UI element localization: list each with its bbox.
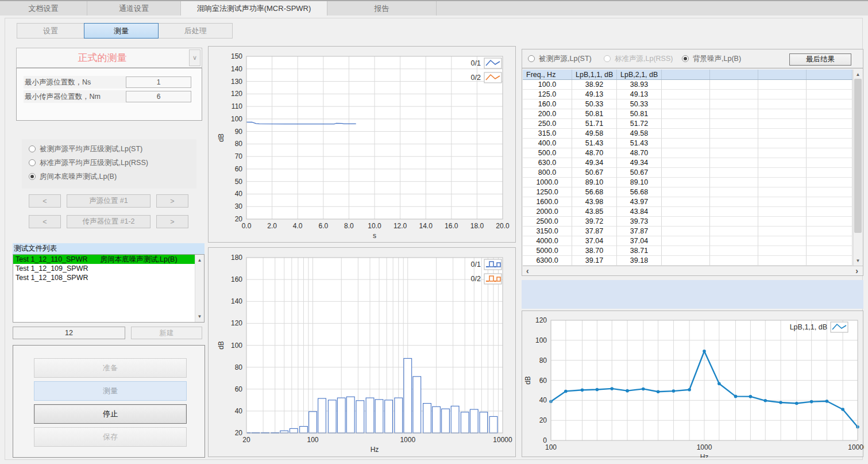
radio-icon[interactable] [29, 145, 36, 152]
test-type-radio-2[interactable]: 标准声源平均声压级测试,Lp(RSS) [29, 158, 148, 168]
subtab-3[interactable]: 后处理 [158, 23, 233, 39]
sub-tab-bar: 设置测量后处理 [17, 23, 233, 39]
file-count-button[interactable]: 12 [13, 327, 125, 339]
source-position-button[interactable]: 声源位置 #1 [67, 194, 151, 208]
table-row[interactable]: 200.050.8150.81 [523, 109, 852, 119]
table-row[interactable]: 1250.056.6856.68 [523, 187, 852, 197]
test-type-radio-1[interactable]: 被测声源平均声压级测试,Lp(ST) [29, 144, 142, 154]
position-params-box: 最小声源位置数，Ns1最小传声器位置数，Nm6 [16, 68, 202, 121]
table-row[interactable]: 100.038.9238.93 [523, 80, 852, 90]
table-row[interactable]: 1600.043.9843.97 [523, 197, 852, 207]
table-row[interactable]: 400.051.4351.43 [523, 139, 852, 148]
scroll-down-icon[interactable]: ▼ [854, 256, 862, 265]
scroll-up-icon[interactable]: ▲ [854, 70, 862, 79]
table-cell: 51.43 [572, 139, 617, 148]
table-cell: 6300.0 [523, 256, 572, 266]
table-cell [758, 148, 807, 158]
scroll-down-icon[interactable]: ▼ [195, 312, 204, 321]
result-type-radio-2[interactable]: 标准声源,Lp(RSS) [604, 53, 673, 64]
param-value-input[interactable]: 6 [126, 91, 191, 102]
tab-4[interactable]: 报告 [327, 1, 437, 16]
tab-1[interactable]: 文档设置 [0, 1, 87, 16]
table-cell: 50.33 [617, 99, 662, 109]
table-cell: 1250.0 [523, 187, 572, 197]
table-cell [662, 109, 710, 119]
last-result-button[interactable]: 最后结果 [789, 53, 851, 66]
table-row[interactable]: 250.051.7151.72 [523, 119, 852, 129]
svg-text:20: 20 [235, 429, 243, 437]
scroll-up-icon[interactable]: ▲ [195, 256, 204, 264]
radio-icon[interactable] [29, 173, 36, 180]
action-button-1[interactable]: 准备 [34, 358, 187, 378]
mic-position-next-button[interactable]: > [156, 215, 188, 228]
table-cell [710, 178, 758, 187]
mic-position-button[interactable]: 传声器位置 #1-2 [67, 215, 151, 228]
table-cell: 50.81 [617, 109, 662, 119]
table-row[interactable]: 160.050.3350.33 [523, 99, 852, 109]
file-list-item[interactable]: Test 1_12_109_SPWR [13, 264, 195, 273]
tab-3[interactable]: 混响室法测试声功率(MCR-SPWR) [181, 1, 327, 16]
table-row[interactable]: 500.048.7048.70 [523, 148, 852, 158]
file-list-scrollbar[interactable]: ▲ ▼ [195, 255, 204, 322]
table-cell: 49.13 [572, 90, 617, 99]
table-horizontal-scrollbar[interactable]: ‹ › [523, 266, 863, 275]
table-cell [758, 207, 807, 217]
table-cell [758, 187, 807, 197]
param-value-input[interactable]: 1 [126, 76, 191, 88]
svg-text:1000: 1000 [697, 443, 712, 451]
table-cell [758, 90, 807, 99]
table-header-cell: LpB,2,1, dB [617, 70, 662, 79]
table-row[interactable]: 5000.038.7038.71 [523, 246, 852, 256]
file-list-item[interactable]: Test 1_12_108_SPWR [13, 273, 195, 282]
mic-position-prev-button[interactable]: < [29, 215, 61, 228]
table-cell [807, 168, 852, 178]
table-row[interactable]: 6300.039.1739.18 [523, 256, 852, 266]
table-cell [758, 129, 807, 139]
table-cell: 125.0 [523, 90, 572, 99]
table-cell [758, 236, 807, 246]
scroll-right-icon[interactable]: › [855, 266, 858, 275]
radio-icon[interactable] [604, 55, 611, 62]
chevron-down-icon[interactable]: ∨ [189, 49, 200, 66]
table-row[interactable]: 1000.089.1089.10 [523, 178, 852, 187]
table-cell [807, 256, 852, 266]
result-type-radio-3[interactable]: 背景噪声,Lp(B) [682, 53, 741, 64]
action-button-3[interactable]: 停止 [34, 404, 187, 424]
radio-icon[interactable] [528, 55, 535, 62]
radio-icon[interactable] [682, 55, 689, 62]
svg-text:100: 100 [307, 436, 318, 444]
table-row[interactable]: 800.050.6750.67 [523, 168, 852, 178]
table-row[interactable]: 315.049.5849.58 [523, 129, 852, 139]
scrollbar-thumb[interactable] [854, 79, 862, 233]
test-type-radio-3[interactable]: 房间本底噪声测试,Lp(B) [29, 171, 117, 182]
subtab-1[interactable]: 设置 [17, 23, 84, 39]
action-button-2[interactable]: 测量 [34, 381, 187, 401]
result-type-radio-1[interactable]: 被测声源,Lp(ST) [528, 53, 592, 64]
radio-icon[interactable] [29, 159, 36, 166]
action-button-4[interactable]: 保存 [34, 427, 187, 447]
table-row[interactable]: 2000.043.8543.84 [523, 207, 852, 217]
table-row[interactable]: 4000.037.0437.04 [523, 236, 852, 246]
test-file-list[interactable]: Test 1_12_110_SPWR房间本底噪声测试,Lp(B)Test 1_1… [13, 254, 205, 323]
tab-2[interactable]: 通道设置 [87, 1, 181, 16]
table-row[interactable]: 630.049.3449.34 [523, 158, 852, 168]
source-position-next-button[interactable]: > [156, 194, 188, 208]
table-cell: 37.87 [617, 227, 662, 236]
svg-text:dB: dB [217, 133, 225, 142]
measurement-mode-dropdown[interactable]: 正式的测量 ∨ [16, 48, 202, 68]
table-vertical-scrollbar[interactable]: ▲ ▼ [853, 70, 862, 266]
table-cell: 56.68 [617, 187, 662, 197]
table-cell [710, 187, 758, 197]
source-position-prev-button[interactable]: < [29, 194, 61, 208]
table-row[interactable]: 2500.039.7239.73 [523, 217, 852, 227]
subtab-2[interactable]: 测量 [84, 23, 159, 39]
table-row[interactable]: 125.049.1349.13 [523, 90, 852, 99]
scroll-left-icon[interactable]: ‹ [526, 266, 529, 275]
table-row[interactable]: 3150.037.8737.87 [523, 227, 852, 236]
new-file-button[interactable]: 新建 [131, 327, 202, 339]
table-cell [807, 236, 852, 246]
table-cell: 400.0 [523, 139, 572, 148]
file-list-item[interactable]: Test 1_12_110_SPWR房间本底噪声测试,Lp(B) [13, 255, 195, 264]
table-cell: 37.87 [572, 227, 617, 236]
table-header-cell [662, 70, 710, 79]
